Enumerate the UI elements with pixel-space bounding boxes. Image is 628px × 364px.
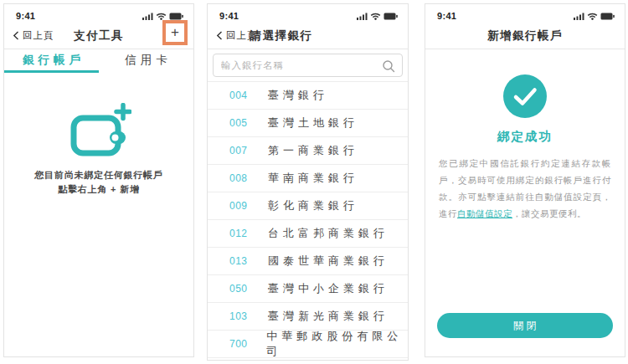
bank-list-item[interactable]: 013國泰世華商業銀行 xyxy=(208,248,408,275)
wifi-icon xyxy=(587,13,598,20)
status-bar: 9:41 xyxy=(425,4,625,23)
back-button[interactable]: 回上頁 xyxy=(216,29,258,42)
tab-credit-card[interactable]: 信用卡 xyxy=(99,49,193,73)
battery-icon xyxy=(383,13,398,20)
bank-code: 009 xyxy=(229,200,251,212)
screenshot-stage: 9:41 回上頁 支付工具 + 銀行帳戶 信用卡 xyxy=(0,0,628,364)
back-button[interactable]: 回上頁 xyxy=(13,29,54,42)
empty-state-line2: 點擊右上角 + 新增 xyxy=(34,182,162,197)
success-title: 綁定成功 xyxy=(497,129,553,145)
bank-list-item[interactable]: 004臺灣銀行 xyxy=(208,82,408,110)
status-icons xyxy=(357,13,398,20)
bank-code: 004 xyxy=(229,90,251,101)
bank-list-item[interactable]: 005臺灣土地銀行 xyxy=(208,110,408,137)
bank-name: 台北富邦商業銀行 xyxy=(268,226,389,241)
bank-code: 005 xyxy=(229,117,251,129)
bank-list-item[interactable]: 050臺灣中小企業銀行 xyxy=(208,275,408,303)
cellular-signal-icon xyxy=(574,13,584,20)
bank-list-item[interactable]: 700中華郵政股份有限公司 xyxy=(208,331,408,358)
bank-list-item[interactable]: 007第一商業銀行 xyxy=(208,137,408,165)
bank-name: 彰化商業銀行 xyxy=(268,198,358,213)
search-icon xyxy=(382,59,395,73)
bank-code: 103 xyxy=(229,310,251,322)
bank-name: 臺灣新光商業銀行 xyxy=(268,309,389,324)
bank-name: 中華郵政股份有限公司 xyxy=(266,329,408,359)
wifi-icon xyxy=(156,13,167,20)
back-label: 回上頁 xyxy=(23,29,54,42)
wallet-add-icon xyxy=(66,103,131,160)
tab-bank-account[interactable]: 銀行帳戶 xyxy=(4,49,99,73)
status-icons xyxy=(142,13,183,20)
empty-state-line1: 您目前尚未綁定任何銀行帳戶 xyxy=(34,168,162,182)
bank-list: 004臺灣銀行 005臺灣土地銀行 007第一商業銀行 008華南商業銀行 00… xyxy=(208,82,408,358)
bank-list-item[interactable]: 009彰化商業銀行 xyxy=(208,192,408,220)
wifi-icon xyxy=(370,13,381,20)
empty-state-text: 您目前尚未綁定任何銀行帳戶 點擊右上角 + 新增 xyxy=(34,168,162,197)
nav-bar: 新增銀行帳戶 xyxy=(425,23,625,49)
status-time: 9:41 xyxy=(437,11,456,21)
status-time: 9:41 xyxy=(219,11,239,21)
search-section xyxy=(208,49,408,82)
battery-icon xyxy=(169,13,183,20)
plus-icon: + xyxy=(171,25,179,39)
bank-name: 臺灣中小企業銀行 xyxy=(268,281,389,296)
bank-list-item[interactable]: 008華南商業銀行 xyxy=(208,165,408,192)
nav-bar: 回上頁 請選擇銀行 xyxy=(208,23,408,49)
close-button[interactable]: 關閉 xyxy=(437,313,613,338)
bank-name: 第一商業銀行 xyxy=(268,143,358,158)
nav-bar: 回上頁 支付工具 + xyxy=(4,23,193,49)
battery-icon xyxy=(600,13,615,20)
screen-select-bank: 9:41 回上頁 請選擇銀行 004臺灣銀行 xyxy=(207,3,409,361)
bank-name: 國泰世華商業銀行 xyxy=(268,254,389,269)
status-time: 9:41 xyxy=(16,11,35,21)
bank-list-item[interactable]: 103臺灣新光商業銀行 xyxy=(208,303,408,331)
back-label: 回上頁 xyxy=(226,29,258,42)
success-state: 綁定成功 您已綁定中國信託銀行約定連結存款帳戶，交易時可使用綁定的銀行帳戶進行付… xyxy=(425,49,625,222)
bank-code: 050 xyxy=(229,283,251,295)
chevron-left-icon xyxy=(13,31,19,40)
bank-code: 012 xyxy=(229,228,251,239)
status-bar: 9:41 xyxy=(208,4,408,23)
description-text-after: ，讓交易更便利。 xyxy=(512,208,586,218)
bank-code: 013 xyxy=(229,255,251,267)
chevron-left-icon xyxy=(216,31,223,40)
cellular-signal-icon xyxy=(357,13,368,20)
bank-name: 臺灣土地銀行 xyxy=(268,115,358,131)
bank-code: 007 xyxy=(229,145,251,156)
bank-list-item[interactable]: 012台北富邦商業銀行 xyxy=(208,220,408,248)
auto-topup-settings-link[interactable]: 自動儲值設定 xyxy=(457,208,512,218)
bank-search-field[interactable] xyxy=(213,54,403,77)
empty-state: 您目前尚未綁定任何銀行帳戶 點擊右上角 + 新增 xyxy=(4,73,193,197)
bank-code: 700 xyxy=(229,338,250,350)
bank-code: 008 xyxy=(229,172,251,184)
bank-name: 臺灣銀行 xyxy=(268,88,328,103)
bank-name: 華南商業銀行 xyxy=(268,171,358,186)
tab-bar: 銀行帳戶 信用卡 xyxy=(4,49,193,73)
cellular-signal-icon xyxy=(142,13,153,20)
screen-add-bank-account: 9:41 新增銀行帳戶 綁定成功 您已綁定中國信託銀行約定連結存款帳戶，交易時可… xyxy=(425,3,625,357)
search-input[interactable] xyxy=(214,54,402,76)
success-check-icon xyxy=(503,74,547,118)
page-title: 新增銀行帳戶 xyxy=(425,28,625,44)
status-icons xyxy=(574,13,615,20)
add-button-highlight[interactable]: + xyxy=(162,20,188,45)
screen-payment-tools: 9:41 回上頁 支付工具 + 銀行帳戶 信用卡 xyxy=(3,3,194,357)
success-description: 您已綁定中國信託銀行約定連結存款帳戶，交易時可使用綁定的銀行帳戶進行付款。亦可點… xyxy=(439,155,611,222)
